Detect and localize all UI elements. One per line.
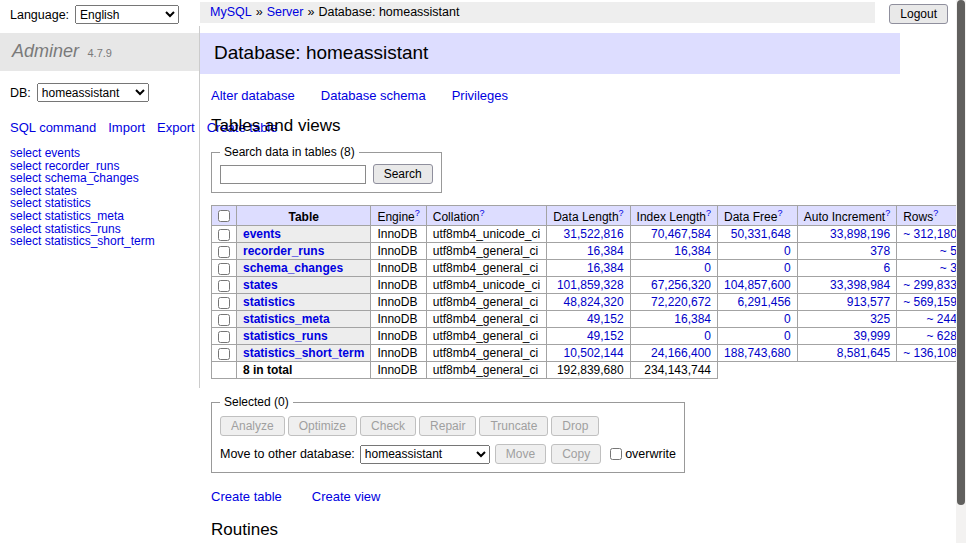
check-all-checkbox[interactable] — [218, 210, 230, 222]
column-header: Data Free? — [718, 206, 798, 226]
sidebar-action-link[interactable]: Import — [108, 120, 145, 135]
bulk-action-button[interactable]: Truncate — [479, 416, 548, 436]
rows-count-link[interactable]: ~ 312,180 — [903, 227, 957, 241]
bulk-action-button[interactable]: Analyze — [220, 416, 285, 436]
row-checkbox[interactable] — [218, 331, 230, 343]
sidebar-table-link[interactable]: select statistics_short_term — [10, 235, 189, 248]
rows-count-link[interactable]: ~ 136,108 — [903, 346, 957, 360]
collation-cell: utf8mb4_general_ci — [426, 294, 546, 311]
rows-count-link[interactable]: ~ 244 — [927, 312, 957, 326]
row-checkbox[interactable] — [218, 297, 230, 309]
scrollbar-thumb[interactable] — [957, 0, 965, 505]
table-name-link[interactable]: states — [243, 278, 278, 292]
data-length-link[interactable]: 101,859,328 — [557, 278, 624, 292]
table-name-link[interactable]: recorder_runs — [243, 244, 324, 258]
index-length-link[interactable]: 67,256,320 — [651, 278, 711, 292]
move-db-select[interactable]: homeassistant — [360, 445, 490, 464]
index-length-link[interactable]: 16,384 — [674, 312, 711, 326]
auto-increment-link[interactable]: 325 — [870, 312, 890, 326]
sidebar-table-link[interactable]: select events — [10, 147, 189, 160]
table-name-link[interactable]: statistics_short_term — [243, 346, 364, 360]
data-free-link[interactable]: 0 — [784, 261, 791, 275]
auto-increment-link[interactable]: 33,898,196 — [830, 227, 890, 241]
breadcrumb-mysql-link[interactable]: MySQL — [210, 5, 252, 19]
index-length-link[interactable]: 70,467,584 — [651, 227, 711, 241]
search-button[interactable]: Search — [373, 164, 433, 184]
vertical-scrollbar[interactable] — [956, 0, 966, 543]
overwrite-checkbox[interactable] — [610, 448, 622, 460]
column-help-link[interactable]: ? — [885, 208, 890, 218]
index-length-link[interactable]: 72,220,672 — [651, 295, 711, 309]
row-checkbox[interactable] — [218, 263, 230, 275]
sidebar-action-link[interactable]: SQL command — [10, 120, 96, 135]
data-length-link[interactable]: 49,152 — [587, 312, 624, 326]
data-free-link[interactable]: 6,291,456 — [737, 295, 790, 309]
data-free-link[interactable]: 188,743,680 — [724, 346, 791, 360]
db-nav-link[interactable]: Privileges — [452, 88, 508, 103]
data-length-link[interactable]: 16,384 — [587, 261, 624, 275]
index-length-link[interactable]: 24,166,400 — [651, 346, 711, 360]
bulk-action-button[interactable]: Optimize — [288, 416, 357, 436]
sidebar-table-link[interactable]: select schema_changes — [10, 172, 189, 185]
data-length-link[interactable]: 48,824,320 — [564, 295, 624, 309]
data-free-link[interactable]: 0 — [784, 329, 791, 343]
table-name-link[interactable]: statistics — [243, 295, 295, 309]
column-help-link[interactable]: ? — [777, 208, 782, 218]
auto-increment-link[interactable]: 33,398,984 — [830, 278, 890, 292]
auto-increment-link[interactable]: 8,581,645 — [837, 346, 890, 360]
db-nav-link[interactable]: Database schema — [321, 88, 426, 103]
index-length-link[interactable]: 0 — [704, 329, 711, 343]
rows-count-link[interactable]: ~ 299,833 — [903, 278, 957, 292]
language-select[interactable]: English — [75, 5, 179, 24]
bulk-action-button[interactable]: Drop — [551, 416, 599, 436]
index-length-link[interactable]: 16,384 — [674, 244, 711, 258]
data-free-link[interactable]: 104,857,600 — [724, 278, 791, 292]
copy-button[interactable]: Copy — [551, 444, 601, 464]
table-name-link[interactable]: events — [243, 227, 281, 241]
create-link[interactable]: Create table — [211, 489, 282, 504]
rows-count-link[interactable]: ~ 569,159 — [903, 295, 957, 309]
column-help-link[interactable]: ? — [706, 208, 711, 218]
column-help-link[interactable]: ? — [619, 208, 624, 218]
rows-count-link[interactable]: ~ 5 — [940, 244, 957, 258]
table-name-link[interactable]: schema_changes — [243, 261, 343, 275]
sidebar-action-link[interactable]: Export — [157, 120, 195, 135]
table-name-link[interactable]: statistics_runs — [243, 329, 328, 343]
db-nav-link[interactable]: Alter database — [211, 88, 295, 103]
table-name-link[interactable]: statistics_meta — [243, 312, 330, 326]
create-link[interactable]: Create view — [312, 489, 381, 504]
move-button[interactable]: Move — [495, 444, 546, 464]
auto-increment-link[interactable]: 6 — [883, 261, 890, 275]
logout-button[interactable]: Logout — [889, 4, 948, 24]
column-help-link[interactable]: ? — [933, 208, 938, 218]
sidebar-table-link[interactable]: select statistics_meta — [10, 210, 189, 223]
bulk-action-button[interactable]: Check — [360, 416, 416, 436]
db-select[interactable]: homeassistant — [37, 83, 149, 102]
rows-count-link[interactable]: ~ 628 — [927, 329, 957, 343]
bulk-action-button[interactable]: Repair — [419, 416, 476, 436]
column-help-link[interactable]: ? — [479, 208, 484, 218]
search-input[interactable] — [220, 165, 366, 184]
data-length-link[interactable]: 16,384 — [587, 244, 624, 258]
row-checkbox[interactable] — [218, 348, 230, 360]
data-length-link[interactable]: 31,522,816 — [564, 227, 624, 241]
row-checkbox[interactable] — [218, 280, 230, 292]
auto-increment-link[interactable]: 39,999 — [853, 329, 890, 343]
data-free-link[interactable]: 0 — [784, 312, 791, 326]
data-length-link[interactable]: 10,502,144 — [564, 346, 624, 360]
rows-cell: ~ 244 — [897, 311, 964, 328]
collation-cell: utf8mb4_general_ci — [426, 311, 546, 328]
data-length-link[interactable]: 49,152 — [587, 329, 624, 343]
row-checkbox[interactable] — [218, 314, 230, 326]
row-checkbox[interactable] — [218, 246, 230, 258]
row-checkbox[interactable] — [218, 229, 230, 241]
data-free-link[interactable]: 0 — [784, 244, 791, 258]
data-free-link[interactable]: 50,331,648 — [731, 227, 791, 241]
adminer-logo-link[interactable]: Adminer — [12, 41, 79, 61]
auto-increment-link[interactable]: 913,577 — [847, 295, 890, 309]
column-help-link[interactable]: ? — [415, 208, 420, 218]
auto-increment-link[interactable]: 378 — [870, 244, 890, 258]
index-length-link[interactable]: 0 — [704, 261, 711, 275]
rows-count-link[interactable]: ~ 3 — [940, 261, 957, 275]
breadcrumb-server-link[interactable]: Server — [267, 5, 304, 19]
